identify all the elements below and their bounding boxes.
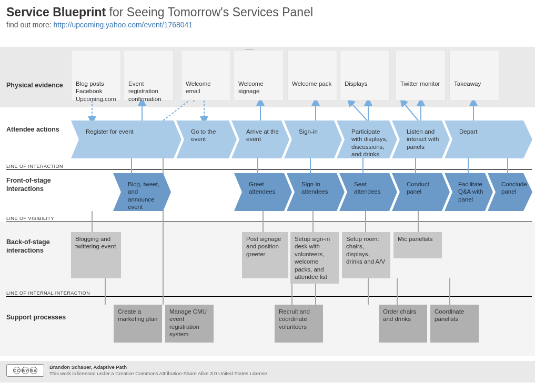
divider-line-interaction bbox=[6, 169, 532, 170]
front-cell-3: Seat attendees bbox=[350, 177, 395, 199]
page-header: Service Blueprint for Seeing Tomorrow's … bbox=[0, 0, 535, 32]
cc-license-badge: CC BY SA bbox=[6, 364, 44, 377]
evidence-cell-6: Twitter monitor bbox=[396, 50, 446, 100]
page-title: Service Blueprint for Seeing Tomorrow's … bbox=[6, 5, 529, 19]
evidence-cell-2: Welcome email bbox=[181, 50, 231, 100]
evidence-cell-1: Event registration confirmation bbox=[124, 50, 174, 100]
front-cell-5: Facilitate Q&A with panel bbox=[454, 177, 491, 206]
blueprint-diagram: Physical evidence Attendee actions Front… bbox=[0, 32, 535, 361]
footer-author: Brandon Schauer, Adaptive Path bbox=[49, 364, 267, 370]
front-cell-1: Greet attendees bbox=[245, 177, 289, 199]
title-rest: for Seeing Tomorrow's Services Panel bbox=[106, 5, 313, 19]
row-label-evidence: Physical evidence bbox=[6, 82, 67, 90]
divider-label-visibility: LINE OF VISIBILITY bbox=[6, 216, 54, 221]
support-cell-0: Create a marketing plan bbox=[114, 305, 162, 343]
support-cell-1: Manage CMU event registration system bbox=[165, 305, 214, 343]
front-cell-6: Conclude panel bbox=[497, 177, 530, 199]
divider-line-visibility bbox=[6, 222, 532, 222]
support-cell-3: Order chairs and drinks bbox=[379, 305, 427, 343]
front-cell-2: Sign-in attendees bbox=[297, 177, 342, 199]
support-cell-4: Coordinate panelists bbox=[430, 305, 479, 343]
evidence-cell-3: Welcome signage bbox=[234, 50, 284, 100]
front-cell-0: Blog, tweet, and announce event bbox=[124, 177, 168, 214]
divider-label-internal: LINE OF INTERNAL INTERACTION bbox=[6, 290, 90, 296]
front-cell-4: Conduct panel bbox=[402, 177, 447, 199]
divider-label-interaction: LINE OF INTERACTION bbox=[6, 164, 63, 169]
cc-icon: CC bbox=[13, 367, 21, 374]
by-icon: BY bbox=[22, 367, 29, 374]
evidence-cell-5: Displays bbox=[340, 50, 390, 100]
page-subtitle: find out more: http://upcoming.yahoo.com… bbox=[6, 21, 529, 29]
sa-icon: SA bbox=[30, 367, 37, 374]
action-cell-2: Arrive at the event bbox=[242, 125, 287, 146]
support-cell-2: Recruit and coordinate volunteers bbox=[275, 305, 323, 343]
action-cell-3: Sign-in bbox=[295, 125, 339, 138]
back-cell-4: Mic panelists bbox=[393, 232, 442, 258]
footer-text: Brandon Schauer, Adaptive Path This work… bbox=[49, 364, 267, 377]
action-cell-0: Register for event bbox=[82, 125, 171, 138]
page-footer: CC BY SA Brandon Schauer, Adaptive Path … bbox=[0, 361, 535, 383]
title-bold: Service Blueprint bbox=[6, 5, 106, 19]
divider-line-internal bbox=[6, 296, 532, 297]
action-cell-1: Go to the event bbox=[187, 125, 234, 146]
action-cell-6: Depart bbox=[455, 125, 518, 138]
back-cell-1: Post signage and position greeter bbox=[242, 232, 288, 278]
event-link[interactable]: http://upcoming.yahoo.com/event/1768041 bbox=[54, 21, 193, 29]
evidence-cell-4: Welcome pack bbox=[287, 50, 337, 100]
evidence-cell-7: Takeaway bbox=[449, 50, 499, 100]
evidence-cell-0: Blog posts Facebook Upcoming.com bbox=[71, 50, 121, 100]
action-cell-4: Participate with displays, discussions, … bbox=[347, 125, 395, 162]
back-cell-2: Setup sign-in desk with volunteers, welc… bbox=[290, 232, 339, 284]
row-label-support: Support processes bbox=[6, 314, 67, 322]
footer-license: This work is licensed under a Creative C… bbox=[49, 370, 267, 377]
subtitle-prefix: find out more: bbox=[6, 21, 54, 29]
back-cell-3: Setup room: chairs, displays, drinks and… bbox=[342, 232, 390, 278]
row-label-back: Back-of-stage interactions bbox=[6, 238, 67, 255]
action-cell-5: Listen and interact with panels bbox=[402, 125, 447, 154]
back-cell-0: Blogging and twittering event bbox=[71, 232, 121, 278]
